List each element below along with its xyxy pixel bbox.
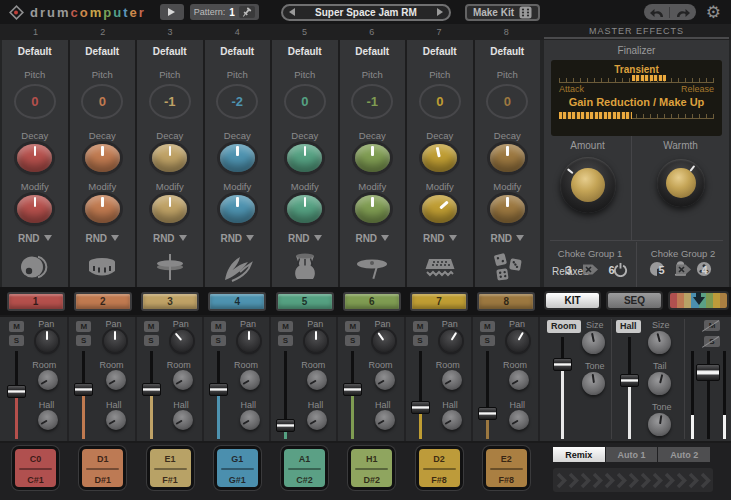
top-pad-4[interactable]: 4 bbox=[208, 292, 266, 311]
room-send-knob[interactable] bbox=[307, 370, 327, 390]
decay-knob[interactable] bbox=[220, 144, 255, 172]
decay-knob[interactable] bbox=[422, 144, 457, 172]
modify-knob[interactable] bbox=[355, 195, 390, 223]
hall-send-knob[interactable] bbox=[173, 410, 193, 430]
remix-tab[interactable]: Remix bbox=[553, 447, 605, 462]
modify-knob[interactable] bbox=[220, 195, 255, 223]
room-size-knob[interactable] bbox=[582, 331, 605, 354]
rnd-dropdown[interactable]: RND bbox=[423, 233, 457, 244]
room-send-knob[interactable] bbox=[442, 370, 462, 390]
pitch-knob[interactable]: 0 bbox=[284, 84, 326, 119]
top-pad-8[interactable]: 8 bbox=[477, 292, 535, 311]
snare-drum-icon[interactable] bbox=[84, 251, 120, 287]
next-preset-icon[interactable] bbox=[437, 8, 443, 16]
rnd-dropdown[interactable]: RND bbox=[85, 233, 119, 244]
top-pad-1[interactable]: 1 bbox=[7, 292, 65, 311]
redo-button[interactable] bbox=[670, 7, 696, 18]
pan-knob[interactable] bbox=[507, 330, 529, 352]
bottom-pad-1[interactable]: C0 C#1 bbox=[12, 446, 59, 490]
pan-knob[interactable] bbox=[171, 330, 193, 352]
channel-preset-label[interactable]: Default bbox=[18, 46, 52, 57]
pan-knob[interactable] bbox=[440, 330, 462, 352]
finalizer-display[interactable]: Transient Attack Release Gain Reduction … bbox=[551, 60, 722, 136]
top-pad-3[interactable]: 3 bbox=[141, 292, 199, 311]
rnd-dropdown[interactable]: RND bbox=[490, 233, 524, 244]
kit-tab[interactable]: KIT bbox=[544, 291, 601, 310]
solo-button[interactable]: S bbox=[345, 335, 360, 346]
choke-group-2-a[interactable]: 5 bbox=[658, 264, 664, 276]
play-button[interactable] bbox=[160, 4, 184, 20]
hall-size-knob[interactable] bbox=[648, 331, 671, 354]
modify-knob[interactable] bbox=[152, 195, 187, 223]
rnd-dropdown[interactable]: RND bbox=[355, 233, 389, 244]
room-fader-handle[interactable] bbox=[553, 358, 572, 371]
pan-knob[interactable] bbox=[36, 330, 58, 352]
amount-knob[interactable] bbox=[560, 157, 616, 213]
top-pad-6[interactable]: 6 bbox=[343, 292, 401, 311]
room-return-label[interactable]: Room bbox=[547, 320, 581, 333]
mute-button[interactable]: M bbox=[413, 321, 428, 332]
hall-send-knob[interactable] bbox=[240, 410, 260, 430]
decay-knob[interactable] bbox=[152, 144, 187, 172]
pan-knob[interactable] bbox=[238, 330, 260, 352]
master-mute-button[interactable]: M bbox=[704, 320, 720, 331]
pitch-knob[interactable]: -2 bbox=[216, 84, 258, 119]
channel-preset-label[interactable]: Default bbox=[153, 46, 187, 57]
channel-preset-label[interactable]: Default bbox=[85, 46, 119, 57]
solo-button[interactable]: S bbox=[9, 335, 24, 346]
auto2-tab[interactable]: Auto 2 bbox=[658, 447, 710, 462]
pattern-selector[interactable]: Pattern: 1 bbox=[190, 4, 259, 20]
modify-knob[interactable] bbox=[17, 195, 52, 223]
room-send-knob[interactable] bbox=[375, 370, 395, 390]
pitch-knob[interactable]: 0 bbox=[81, 84, 123, 119]
modify-knob[interactable] bbox=[490, 195, 525, 223]
hall-send-knob[interactable] bbox=[375, 410, 395, 430]
solo-button[interactable]: S bbox=[144, 335, 159, 346]
hall-send-knob[interactable] bbox=[442, 410, 462, 430]
rnd-dropdown[interactable]: RND bbox=[18, 233, 52, 244]
bottom-pad-3[interactable]: E1 F#1 bbox=[147, 446, 194, 490]
dice-icon[interactable] bbox=[489, 251, 525, 287]
pitch-knob[interactable]: -1 bbox=[351, 84, 393, 119]
choke-group-1-b[interactable]: 6 bbox=[609, 264, 615, 276]
warmth-knob[interactable] bbox=[657, 159, 705, 207]
channel-preset-label[interactable]: Default bbox=[220, 46, 254, 57]
solo-button[interactable]: S bbox=[76, 335, 91, 346]
solo-button[interactable]: S bbox=[480, 335, 495, 346]
pan-knob[interactable] bbox=[373, 330, 395, 352]
bottom-pad-2[interactable]: D1 D#1 bbox=[79, 446, 126, 490]
choke-group-1-a[interactable]: 3 bbox=[565, 264, 571, 276]
room-send-knob[interactable] bbox=[173, 370, 193, 390]
decay-knob[interactable] bbox=[85, 144, 120, 172]
bottom-pad-7[interactable]: D2 F#8 bbox=[416, 446, 463, 490]
decay-knob[interactable] bbox=[355, 144, 390, 172]
seq-tab[interactable]: SEQ bbox=[606, 291, 663, 310]
mute-button[interactable]: M bbox=[278, 321, 293, 332]
decay-knob[interactable] bbox=[17, 144, 52, 172]
mute-button[interactable]: M bbox=[211, 321, 226, 332]
solo-button[interactable]: S bbox=[413, 335, 428, 346]
bottom-pad-8[interactable]: E2 F#8 bbox=[483, 446, 530, 490]
undo-button[interactable] bbox=[644, 7, 671, 18]
master-fader-handle[interactable] bbox=[696, 364, 720, 381]
make-kit-button[interactable]: Make Kit bbox=[465, 4, 540, 21]
mute-button[interactable]: M bbox=[345, 321, 360, 332]
mute-button[interactable]: M bbox=[480, 321, 495, 332]
modify-knob[interactable] bbox=[422, 195, 457, 223]
kick-drum-icon[interactable] bbox=[17, 251, 53, 287]
channel-preset-label[interactable]: Default bbox=[423, 46, 457, 57]
pitch-knob[interactable]: 0 bbox=[486, 84, 528, 119]
top-pad-7[interactable]: 7 bbox=[410, 292, 468, 311]
remix-strip[interactable] bbox=[553, 468, 713, 492]
hall-send-knob[interactable] bbox=[307, 410, 327, 430]
hall-send-knob[interactable] bbox=[38, 410, 58, 430]
transient-marker[interactable] bbox=[632, 75, 666, 81]
djembe-icon[interactable] bbox=[287, 251, 323, 287]
room-send-knob[interactable] bbox=[38, 370, 58, 390]
mute-button[interactable]: M bbox=[9, 321, 24, 332]
channel-preset-label[interactable]: Default bbox=[288, 46, 322, 57]
rnd-dropdown[interactable]: RND bbox=[153, 233, 187, 244]
hall-tail-knob[interactable] bbox=[648, 372, 671, 395]
pitch-knob[interactable]: -1 bbox=[149, 84, 191, 119]
volume-fader-handle[interactable] bbox=[7, 385, 26, 398]
